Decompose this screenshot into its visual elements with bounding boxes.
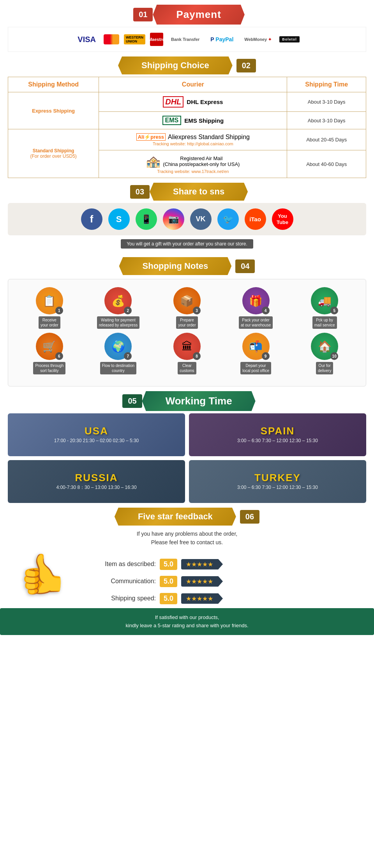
step-10: 🏠10 Our fordelivery [303, 333, 346, 374]
sns-title: Share to sns [150, 183, 248, 201]
facebook-icon[interactable]: f [81, 208, 102, 230]
payment-section: 01 Payment VISA WESTERNUNION Maestro Ban… [0, 5, 374, 52]
step-1-label: Receiveyour order [39, 316, 60, 329]
step-2-icon: 💰2 [104, 287, 132, 314]
itao-icon[interactable]: iTao [245, 208, 266, 230]
shopping-notes-content: 📋1 Receiveyour order 💰2 Waiting for paym… [8, 279, 366, 386]
col-time: Shipping Time [287, 77, 366, 92]
table-row: Standard Shipping(For order over USD5) A… [8, 129, 366, 150]
step-9-num: 9 [262, 352, 270, 360]
vk-icon[interactable]: VK [190, 208, 212, 230]
registered-mail-icon: 🏤 [146, 154, 161, 168]
working-time-section: 05 Working Time USA 17:00 - 20:30 21:30 … [0, 391, 374, 503]
russia-time-card: RUSSIA 4:00-7:30 8：30 – 13:00 13:30 – 16… [8, 460, 185, 503]
ali-logo: Ali⚡press [136, 133, 166, 141]
whatsapp-icon[interactable]: 📱 [136, 208, 157, 230]
step-8: 🏛8 Clearcustoms [166, 333, 208, 374]
ali-tracking: Tracking website: http://global.cainiao.… [153, 141, 233, 146]
western-union-logo: WESTERNUNION [124, 34, 145, 44]
step-10-label: Our fordelivery [316, 362, 333, 374]
feedback-header: Five star feedback 06 [0, 508, 374, 526]
shopping-notes-section: Shopping Notes 04 📋1 Receiveyour order 💰… [0, 257, 374, 386]
feedback-intro-line1: If you have any problems about the order… [137, 531, 237, 537]
feedback-title: Five star feedback [115, 508, 236, 526]
step-8-label: Clearcustoms [178, 362, 196, 374]
usa-time-card: USA 17:00 - 20:30 21:30 – 02:00 02:30 – … [8, 413, 185, 456]
ali-courier-cell: Ali⚡press Aliexpress Standard Shipping T… [99, 129, 287, 150]
step-5-icon: 🚚5 [311, 287, 338, 314]
shipping-section: Shipping Choice 02 Shipping Method Couri… [0, 56, 374, 178]
step-2-label: Waiting for paymentreleased by alixepres… [97, 316, 140, 329]
spain-time-card: SPAIN 3:00 – 6:30 7:30 – 12:00 12:30 – 1… [189, 413, 366, 456]
share-note: You will get a gift with your order afte… [121, 239, 253, 249]
step-6-label: Process throughsort facility [33, 362, 65, 374]
usa-country: USA [85, 425, 108, 437]
step-5: 🚚5 Pck up bymail service [303, 287, 346, 329]
step-7-num: 7 [124, 352, 132, 360]
ali-time: About 20-45 Days [287, 129, 366, 150]
working-time-title: Working Time [142, 391, 256, 411]
dhl-logo: DHL [163, 96, 183, 108]
shopping-notes-header: Shopping Notes 04 [0, 257, 374, 275]
step-1-num: 1 [55, 307, 63, 314]
turkey-hours: 3:00 – 6:30 7:30 – 12:00 12:30 – 15:30 [237, 484, 318, 491]
twitter-icon[interactable]: 🐦 [217, 208, 239, 230]
shopping-notes-title: Shopping Notes [119, 257, 232, 275]
step-7-label: Flow to destinationcountry [100, 362, 136, 374]
rating-score-3: 5.0 [160, 593, 177, 604]
table-header-row: Shipping Method Courier Shipping Time [8, 77, 366, 92]
step-3-num: 3 [193, 307, 201, 314]
instagram-icon[interactable]: 📷 [163, 208, 184, 230]
ems-time: About 3-10 Days [287, 112, 366, 129]
col-courier: Courier [99, 77, 287, 92]
step-2: 💰2 Waiting for paymentreleased by alixep… [97, 287, 139, 329]
standard-method-cell: Standard Shipping(For order over USD5) [8, 129, 99, 178]
youtube-icon[interactable]: YouTube [272, 208, 293, 230]
step-7-icon: 🌍7 [104, 333, 132, 360]
step-6-icon: 🛒6 [36, 333, 63, 360]
rating-row-3: Shipping speed: 5.0 ★★★★★ [86, 593, 374, 604]
step-10-icon: 🏠10 [311, 333, 338, 360]
step-3-label: Prepareyour order [176, 316, 198, 329]
step-4-num: 4 [262, 307, 270, 314]
step-5-num: 5 [330, 307, 338, 314]
ali-name: Aliexpress Standard Shipping [168, 134, 250, 141]
step-3: 📦3 Prepareyour order [166, 287, 208, 329]
boletol-logo: Boletol [279, 36, 300, 42]
turkey-country: TURKEY [254, 472, 301, 484]
registered-mail-cell: 🏤 Registered Air Mail(China post/epacket… [99, 150, 287, 178]
steps-row-1: 📋1 Receiveyour order 💰2 Waiting for paym… [16, 287, 358, 329]
step-10-num: 10 [330, 352, 338, 360]
feedback-section: Five star feedback 06 If you have any pr… [0, 508, 374, 635]
shipping-num: 02 [236, 59, 256, 72]
dhl-time: About 3-10 Days [287, 92, 366, 112]
rating-label-1: Item as described: [86, 561, 156, 568]
payment-header: 01 Payment [0, 5, 374, 25]
step-4-icon: 🎁4 [242, 287, 270, 314]
step-9-icon: 📬9 [242, 333, 270, 360]
rating-score-1: 5.0 [160, 559, 177, 570]
maestro-logo: Maestro [150, 33, 163, 46]
working-time-num: 05 [122, 394, 142, 408]
time-grid: USA 17:00 - 20:30 21:30 – 02:00 02:30 – … [8, 413, 366, 503]
ems-logo: EMS [162, 116, 182, 125]
rating-stars-2: ★★★★★ [181, 576, 223, 587]
step-4: 🎁4 Pack your orderat our warehouse [235, 287, 277, 329]
thumbs-up-area: 👍 [0, 551, 86, 597]
shipping-header: Shipping Choice 02 [0, 56, 374, 74]
step-1: 📋1 Receiveyour order [28, 287, 71, 329]
express-method-cell: Express Shipping [8, 92, 99, 129]
payment-title: Payment [153, 5, 244, 25]
thumbs-up-image: 👍 [19, 551, 67, 597]
rating-label-2: Communication: [86, 578, 156, 585]
shopping-notes-num: 04 [235, 259, 255, 273]
step-3-icon: 📦3 [173, 287, 201, 314]
col-method: Shipping Method [8, 77, 99, 92]
feedback-num: 06 [240, 510, 259, 524]
step-9: 📬9 Depart yourlocal post office [235, 333, 277, 374]
skype-icon[interactable]: S [108, 208, 130, 230]
rating-score-2: 5.0 [160, 576, 177, 587]
dhl-courier-cell: DHL DHL Express [99, 92, 287, 112]
bank-transfer-logo: Bank Transfer [168, 35, 203, 43]
working-time-header: 05 Working Time [0, 391, 374, 411]
